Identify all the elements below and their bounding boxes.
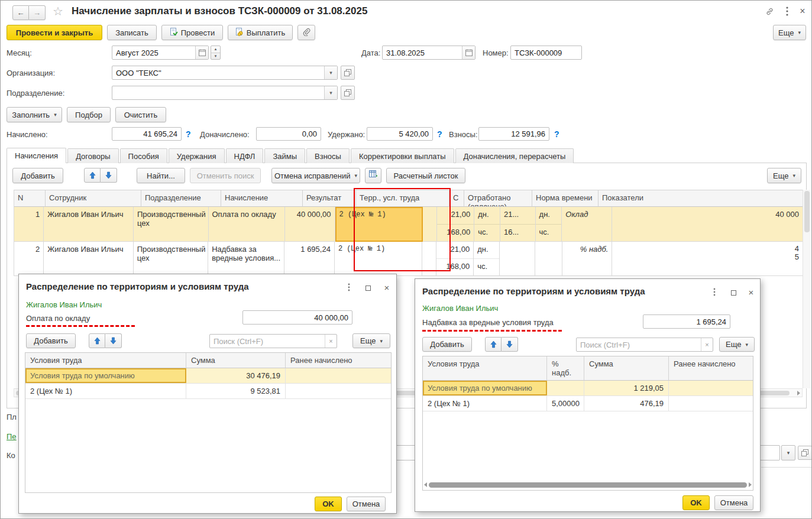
tab-payment-adjustments[interactable]: Корректировки выплаты — [351, 148, 454, 163]
move-up-icon[interactable] — [84, 168, 101, 183]
added-input[interactable] — [257, 128, 321, 140]
dialog-maximize-icon[interactable] — [727, 287, 739, 299]
dialog-amount-field[interactable] — [242, 310, 352, 325]
tab-loans[interactable]: Займы — [264, 148, 305, 163]
dialog-search-field[interactable]: × — [209, 334, 337, 348]
accrued-field[interactable] — [112, 127, 182, 141]
tab-deductions[interactable]: Удержания — [169, 148, 225, 163]
stepper-up-icon[interactable]: ▴ — [211, 46, 220, 53]
back-button[interactable]: ← — [12, 5, 29, 20]
tab-recalculations[interactable]: Доначисления, перерасчеты — [455, 148, 574, 163]
more-menu-icon[interactable] — [781, 5, 793, 17]
tab-benefits[interactable]: Пособия — [120, 148, 167, 163]
write-button[interactable]: Записать — [107, 25, 157, 40]
dialog-add-button[interactable]: Добавить — [422, 337, 472, 352]
help-icon[interactable]: ? — [554, 129, 559, 139]
move-down-icon[interactable] — [502, 337, 518, 352]
pay-button[interactable]: Выплатить — [228, 25, 293, 40]
dialog-maximize-icon[interactable] — [362, 282, 374, 294]
col-header-norm[interactable]: Норма времени — [532, 190, 599, 207]
dialog-more-button[interactable]: Еще▾ — [352, 333, 390, 348]
chevron-down-icon[interactable]: ▾ — [324, 66, 337, 79]
organization-input[interactable] — [112, 66, 324, 79]
col-header-conditions[interactable]: Условия труда — [423, 356, 547, 381]
withheld-input[interactable] — [367, 128, 432, 140]
chevron-down-icon[interactable]: ▾ — [781, 445, 795, 460]
month-field[interactable] — [112, 46, 209, 60]
search-input[interactable] — [577, 340, 701, 349]
col-header-indicators[interactable]: Показатели — [599, 190, 803, 207]
forward-button[interactable]: → — [29, 5, 46, 20]
tab-accruals[interactable]: Начисления — [7, 148, 66, 163]
cell-territory-selected[interactable]: 2 (Цех № 1) — [335, 207, 423, 242]
column-settings-button[interactable] — [365, 168, 381, 183]
calendar-icon[interactable] — [462, 46, 475, 59]
organization-field[interactable]: ▾ — [112, 66, 338, 80]
col-header-sum[interactable]: Сумма — [584, 356, 669, 381]
background-open-icon[interactable] — [798, 446, 812, 460]
dialog-more-button[interactable]: Еще▾ — [719, 337, 755, 352]
help-icon[interactable]: ? — [437, 129, 442, 139]
department-field[interactable]: ▾ — [112, 86, 338, 100]
move-up-icon[interactable] — [89, 333, 105, 348]
header-more-button[interactable]: Еще▾ — [773, 25, 806, 40]
month-stepper[interactable]: ▴ ▾ — [211, 46, 221, 60]
number-input[interactable] — [511, 46, 581, 59]
favorite-star-icon[interactable]: ☆ — [53, 4, 63, 18]
table-row[interactable]: Условия труда по умолчанию 1 219,05 — [423, 381, 753, 396]
cell-territory[interactable]: 2 (Цех № 1) — [335, 242, 422, 276]
calendar-icon[interactable] — [195, 46, 208, 59]
move-down-icon[interactable] — [101, 168, 117, 183]
grid-vertical-scrollbar[interactable] — [803, 190, 811, 388]
dialog-add-button[interactable]: Добавить — [26, 333, 76, 348]
tab-contracts[interactable]: Договоры — [67, 148, 118, 163]
dialog-amount-input[interactable] — [643, 315, 730, 328]
date-input[interactable] — [383, 46, 462, 59]
ok-button[interactable]: OK — [682, 495, 710, 510]
dialog-amount-field[interactable] — [643, 314, 730, 329]
ok-button[interactable]: OK — [315, 497, 342, 511]
grid-add-button[interactable]: Добавить — [12, 168, 63, 183]
cell-condition-selected[interactable]: Условия труда по умолчанию — [423, 381, 547, 395]
dialog-search-field[interactable]: × — [576, 338, 713, 352]
contributions-input[interactable] — [479, 128, 549, 140]
col-header-department[interactable]: Подразделение — [141, 190, 221, 207]
dialog-close-icon[interactable]: × — [745, 286, 757, 298]
col-header-conditions[interactable]: Условия труда — [25, 353, 186, 368]
table-row[interactable]: 2 (Цех № 1) 9 523,81 — [25, 384, 391, 399]
grid-more-button[interactable]: Еще▾ — [767, 168, 801, 183]
clear-search-icon[interactable]: × — [701, 338, 713, 351]
month-input[interactable] — [112, 46, 195, 59]
col-header-percent[interactable]: % надб. — [547, 356, 584, 381]
cancel-button[interactable]: Отмена — [347, 497, 386, 511]
contributions-field[interactable] — [478, 127, 549, 141]
col-header-employee[interactable]: Сотрудник — [46, 190, 141, 207]
grid-find-button[interactable]: Найти... — [137, 168, 185, 183]
table-row[interactable]: 2 Жигалов Иван Ильич Производственный це… — [14, 242, 803, 276]
undo-corrections-button[interactable]: Отмена исправлений▾ — [271, 168, 360, 183]
clear-button[interactable]: Очистить — [115, 107, 166, 122]
clear-search-icon[interactable]: × — [325, 335, 337, 348]
dialog-more-menu-icon[interactable] — [709, 286, 720, 298]
search-input[interactable] — [210, 337, 325, 346]
dialog-close-icon[interactable]: × — [381, 281, 393, 293]
cancel-button[interactable]: Отмена — [714, 495, 753, 510]
withheld-field[interactable] — [367, 127, 433, 141]
close-window-icon[interactable]: × — [797, 5, 808, 17]
chevron-down-icon[interactable]: ▾ — [324, 86, 337, 99]
organization-open-icon[interactable] — [341, 66, 355, 80]
dialog-horizontal-scrollbar[interactable] — [424, 481, 752, 488]
stepper-down-icon[interactable]: ▾ — [211, 53, 220, 60]
post-and-close-button[interactable]: Провести и закрыть — [7, 25, 102, 40]
col-header-accrual[interactable]: Начисление — [221, 190, 303, 207]
department-open-icon[interactable] — [341, 86, 355, 100]
accrued-input[interactable] — [112, 128, 181, 140]
col-header-sum[interactable]: Сумма — [186, 353, 286, 368]
col-header-previous[interactable]: Ранее начислено — [286, 353, 391, 368]
attachments-button[interactable] — [297, 25, 315, 40]
tab-contributions[interactable]: Взносы — [306, 148, 350, 163]
table-row[interactable]: 1 Жигалов Иван Ильич Производственный це… — [14, 207, 803, 242]
move-down-icon[interactable] — [105, 333, 122, 348]
dialog-amount-input[interactable] — [243, 311, 352, 324]
cell-condition-selected[interactable]: Условия труда по умолчанию — [25, 368, 186, 383]
